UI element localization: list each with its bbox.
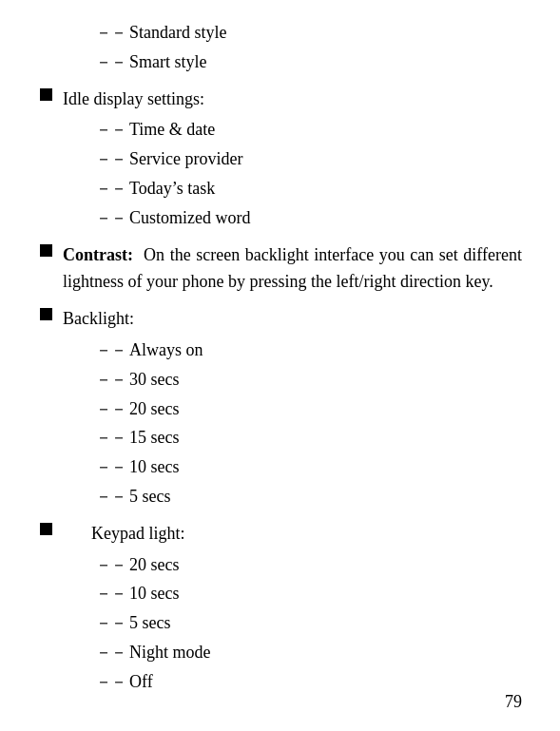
list-item: －－ Today’s task (95, 175, 522, 202)
idle-display-section: Idle display settings: －－ Time & date －－… (38, 86, 522, 232)
dash-icon: －－ (95, 204, 126, 232)
square-icon (40, 88, 52, 101)
list-item: －－ 5 secs (95, 483, 522, 510)
dash-icon: －－ (95, 453, 126, 481)
bullet-label: Idle display settings: (63, 86, 522, 113)
dash-icon: －－ (95, 639, 126, 666)
item-label: Today’s task (129, 175, 522, 202)
bullet-icon (38, 523, 53, 535)
dash-icon: －－ (95, 175, 126, 202)
list-item: －－ Standard style (95, 19, 522, 47)
backlight-section: Backlight: －－ Always on －－ 30 secs －－ 20… (38, 305, 522, 510)
list-item: －－ Time & date (95, 116, 522, 144)
dash-icon: －－ (95, 337, 126, 364)
dash-icon: －－ (95, 145, 126, 173)
dash-icon: －－ (95, 366, 126, 394)
item-label: 30 secs (129, 366, 522, 394)
list-item: －－ 30 secs (95, 366, 522, 394)
square-icon (40, 244, 52, 257)
list-item: －－ 20 secs (95, 551, 522, 579)
item-label: 5 secs (129, 609, 522, 637)
bullet-icon (38, 88, 53, 101)
list-item: －－ 5 secs (95, 609, 522, 637)
list-item: －－ 20 secs (95, 395, 522, 423)
item-label: Smart style (129, 48, 522, 76)
item-label: 20 secs (129, 395, 522, 423)
bullet-label: Backlight: (63, 305, 522, 333)
item-label: 5 secs (129, 483, 522, 510)
dash-icon: －－ (95, 483, 126, 510)
item-label: Always on (129, 337, 522, 364)
square-icon (40, 308, 52, 320)
list-item: －－ Off (95, 668, 522, 696)
item-label: Time & date (129, 116, 522, 144)
keypad-light-section: Keypad light: －－ 20 secs －－ 10 secs －－ 5… (38, 520, 522, 696)
item-label: 10 secs (129, 580, 522, 607)
contrast-section: Contrast: On the screen backlight interf… (38, 241, 522, 297)
dash-icon: －－ (95, 424, 126, 452)
item-label: Off (129, 668, 522, 696)
bullet-icon (38, 244, 53, 257)
list-item: －－ Service provider (95, 145, 522, 173)
item-label: 20 secs (129, 551, 522, 579)
dash-icon: －－ (95, 116, 126, 144)
page-content: －－ Standard style －－ Smart style Idle di… (0, 0, 560, 724)
style-section: －－ Standard style －－ Smart style (38, 19, 522, 76)
item-label: 10 secs (129, 453, 522, 481)
bullet-item: Idle display settings: (38, 86, 522, 113)
dash-icon: －－ (95, 551, 126, 579)
dash-icon: －－ (95, 395, 126, 423)
contrast-text: Contrast: On the screen backlight interf… (63, 241, 522, 297)
bullet-item: Contrast: On the screen backlight interf… (38, 241, 522, 297)
list-item: －－ 10 secs (95, 580, 522, 607)
page-number: 79 (505, 692, 522, 712)
bullet-icon (38, 308, 53, 320)
item-label: Night mode (129, 639, 522, 666)
list-item: －－ Customized word (95, 204, 522, 232)
item-label: Customized word (129, 204, 522, 232)
dash-icon: －－ (95, 580, 126, 607)
dash-icon: －－ (95, 609, 126, 637)
bullet-label: Keypad light: (63, 520, 522, 548)
list-item: －－ Always on (95, 337, 522, 364)
list-item: －－ Night mode (95, 639, 522, 666)
dash-icon: －－ (95, 48, 126, 76)
list-item: －－ Smart style (95, 48, 522, 76)
item-label: Service provider (129, 145, 522, 173)
list-item: －－ 10 secs (95, 453, 522, 481)
dash-icon: －－ (95, 19, 126, 47)
item-label: Standard style (129, 19, 522, 47)
item-label: 15 secs (129, 424, 522, 452)
list-item: －－ 15 secs (95, 424, 522, 452)
bullet-item: Keypad light: (38, 520, 522, 548)
dash-icon: －－ (95, 668, 126, 696)
bullet-item: Backlight: (38, 305, 522, 333)
square-icon (40, 523, 52, 535)
